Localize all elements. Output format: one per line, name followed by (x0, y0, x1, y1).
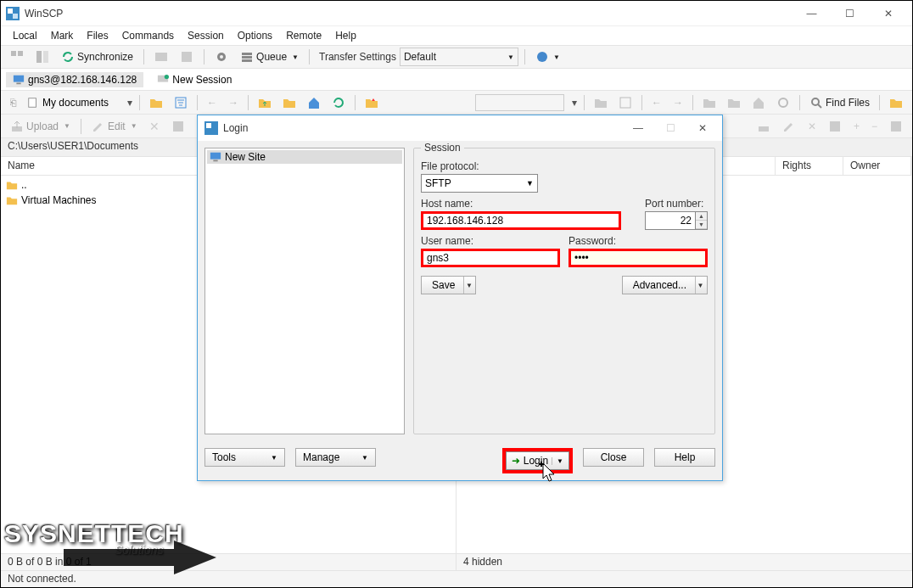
site-item-new[interactable]: New Site (207, 150, 402, 164)
login-button[interactable]: ➜ Login ▼ (506, 451, 569, 470)
parent-label: .. (21, 179, 27, 191)
r-prop-icon[interactable] (885, 117, 907, 136)
transfer-settings-dropdown[interactable]: Default▼ (400, 48, 518, 66)
refresh-icon[interactable] (328, 93, 350, 112)
disconnect-icon[interactable]: ▼ (531, 48, 564, 66)
col-rights[interactable]: Rights (776, 157, 843, 175)
menu-commands[interactable]: Commands (117, 28, 179, 43)
local-path-text: C:\Users\USER1\Documents (8, 140, 138, 152)
login-button-highlight: ➜ Login ▼ (502, 448, 573, 473)
save-button[interactable]: Save▼ (421, 276, 476, 294)
menu-help[interactable]: Help (330, 28, 361, 43)
r-root-icon[interactable] (723, 93, 745, 112)
window-minimize-button[interactable]: — (793, 2, 831, 25)
synchronize-button[interactable]: Synchronize (57, 48, 137, 66)
home-icon[interactable] (303, 93, 325, 112)
r-bookmark-icon[interactable] (885, 93, 907, 112)
dialog-close-button[interactable]: ✕ (690, 119, 715, 137)
username-label: User name: (421, 235, 560, 247)
password-input[interactable] (569, 249, 708, 267)
menu-files[interactable]: Files (81, 28, 113, 43)
close-button[interactable]: Close (583, 448, 644, 467)
queue-label: Queue (256, 51, 287, 63)
menu-session[interactable]: Session (182, 28, 229, 43)
host-name-input[interactable] (421, 211, 621, 230)
window-close-button[interactable]: ✕ (869, 2, 907, 25)
svg-rect-15 (14, 75, 24, 81)
svg-rect-19 (29, 98, 36, 107)
dialog-app-icon (204, 121, 218, 135)
bookmark-icon[interactable] (361, 93, 383, 112)
session-tab-1[interactable]: gns3@182.168.146.128 (6, 72, 143, 87)
tools-button[interactable]: Tools▼ (204, 448, 285, 467)
help-button[interactable]: Help (654, 448, 715, 467)
gear-icon[interactable] (210, 48, 232, 66)
svg-rect-2 (13, 14, 18, 19)
menu-local[interactable]: Local (8, 28, 42, 43)
r-parent-icon[interactable] (698, 93, 720, 112)
r-newdir-icon[interactable] (824, 117, 846, 136)
r-filter-icon[interactable] (614, 93, 636, 112)
find-files-button[interactable]: Find Files (805, 93, 874, 112)
menu-mark[interactable]: Mark (46, 28, 79, 43)
r-delete-icon[interactable]: ✕ (804, 117, 821, 136)
menubar: Local Mark Files Commands Session Option… (1, 26, 912, 45)
tb-grid-icon[interactable] (6, 48, 28, 66)
app-icon (6, 7, 20, 20)
dialog-minimize-button[interactable]: — (625, 119, 651, 137)
nav-fwd-icon[interactable]: → (224, 93, 243, 112)
prop-icon[interactable] (167, 117, 189, 136)
r-open-folder-icon[interactable] (590, 93, 612, 112)
site-item-label: New Site (225, 151, 266, 163)
local-location-label: My documents (42, 97, 109, 109)
dialog-title: Login (223, 122, 625, 134)
username-input[interactable] (421, 249, 560, 267)
login-dialog: Login — ☐ ✕ New Site Session File protoc… (197, 115, 723, 481)
session-tabs: gns3@182.168.146.128 New Session (1, 69, 912, 91)
filter-icon[interactable] (170, 93, 192, 112)
file-protocol-label: File protocol: (421, 160, 708, 172)
edit-label: Edit (108, 120, 126, 132)
manage-button[interactable]: Manage▼ (295, 448, 376, 467)
port-spinner[interactable]: ▲▼ (696, 211, 708, 230)
parent-folder-icon[interactable] (254, 93, 276, 112)
monitor-icon (210, 151, 221, 163)
tb-compare-icon[interactable] (31, 48, 53, 66)
r-back-icon[interactable]: ← (647, 93, 666, 112)
tb-x-icon[interactable] (150, 48, 172, 66)
menu-options[interactable]: Options (232, 28, 277, 43)
menu-remote[interactable]: Remote (281, 28, 327, 43)
remote-location-dropdown[interactable] (475, 94, 564, 111)
local-location-dropdown[interactable]: My documents (23, 94, 123, 111)
r-refresh-icon[interactable] (772, 93, 794, 112)
file-protocol-dropdown[interactable]: SFTP▼ (421, 174, 538, 193)
open-folder-icon[interactable] (145, 93, 167, 112)
new-session-tab[interactable]: New Session (150, 72, 238, 87)
site-tree[interactable]: New Site (204, 148, 405, 434)
remote-location-caret[interactable]: ▾ (570, 94, 579, 111)
back-local-icon[interactable]: ⎗ (6, 93, 20, 112)
r-download-button[interactable] (753, 117, 775, 136)
svg-point-14 (537, 52, 547, 62)
root-folder-icon[interactable] (278, 93, 300, 112)
col-owner[interactable]: Owner (843, 157, 911, 175)
delete-icon[interactable]: ✕ (145, 117, 164, 136)
local-location-caret[interactable]: ▾ (126, 94, 134, 111)
tb-y-icon[interactable] (176, 48, 198, 66)
r-home-icon[interactable] (748, 93, 770, 112)
edit-button[interactable]: Edit▼ (87, 117, 142, 136)
svg-rect-25 (173, 121, 183, 132)
r-fwd-icon[interactable]: → (669, 93, 687, 112)
new-session-icon (157, 74, 169, 86)
r-minus-icon[interactable]: − (867, 117, 882, 136)
port-input[interactable] (645, 211, 696, 230)
r-edit-button[interactable] (778, 117, 800, 136)
queue-button[interactable]: Queue▼ (236, 48, 303, 66)
upload-button[interactable]: Upload▼ (6, 117, 75, 136)
advanced-button[interactable]: Advanced...▼ (622, 276, 708, 294)
r-plus-icon[interactable]: + (849, 117, 864, 136)
nav-back-icon[interactable]: ← (203, 93, 221, 112)
svg-rect-5 (36, 51, 42, 63)
window-maximize-button[interactable]: ☐ (831, 2, 869, 25)
synchronize-label: Synchronize (77, 51, 133, 63)
